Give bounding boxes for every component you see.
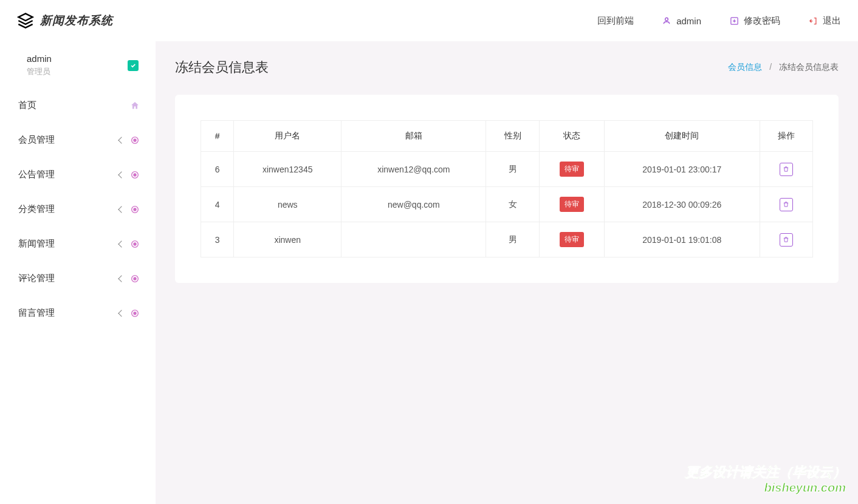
chevron-left-icon (118, 206, 125, 213)
target-icon (130, 274, 140, 284)
table-cell: 2019-01-01 19:01:08 (604, 222, 760, 257)
trash-icon (783, 201, 789, 208)
sidebar-item-6[interactable]: 留言管理 (0, 296, 156, 330)
chevron-left-icon (118, 310, 125, 316)
sidebar-item-label: 评论管理 (18, 273, 55, 284)
logo-icon (17, 12, 34, 29)
sidebar-item-0[interactable]: 首页 (0, 88, 156, 123)
svg-point-11 (134, 278, 136, 280)
table-cell: 男 (486, 152, 539, 187)
members-table: #用户名邮箱性别状态创建时间操作 6xinwen12345xinwen12@qq… (201, 120, 813, 257)
table-cell: 6 (201, 152, 234, 187)
sidebar-item-label: 留言管理 (18, 307, 55, 319)
user-menu[interactable]: admin (662, 16, 701, 26)
change-password-link[interactable]: 修改密码 (729, 15, 780, 27)
table-header: # (201, 121, 234, 152)
table-cell: new@qq.com (341, 187, 486, 222)
user-icon (662, 16, 671, 26)
top-actions: 回到前端 admin 修改密码 退出 (597, 15, 841, 27)
table-cell (341, 222, 486, 257)
brand-text: 新闻发布系统 (40, 13, 113, 29)
home-icon (130, 101, 140, 111)
table-header: 操作 (760, 121, 812, 152)
chevron-left-icon (118, 275, 125, 282)
edit-icon (729, 16, 739, 26)
top-bar: 新闻发布系统 回到前端 admin 修改密码 (0, 0, 858, 41)
content-card: #用户名邮箱性别状态创建时间操作 6xinwen12345xinwen12@qq… (175, 95, 839, 283)
brand: 新闻发布系统 (17, 12, 113, 29)
table-cell: xinwen12@qq.com (341, 152, 486, 187)
table-cell: news (234, 187, 341, 222)
chevron-left-icon (118, 137, 125, 143)
sidebar-item-label: 首页 (18, 100, 36, 111)
sidebar-item-1[interactable]: 会员管理 (0, 123, 156, 157)
breadcrumb-separator: / (769, 62, 772, 72)
table-cell: 2018-12-30 00:09:26 (604, 187, 760, 222)
sidebar-item-label: 会员管理 (18, 134, 55, 146)
svg-point-7 (134, 208, 136, 211)
svg-point-3 (134, 139, 136, 141)
table-cell: xinwen12345 (234, 152, 341, 187)
logout-icon (808, 16, 818, 26)
table-cell: 4 (201, 187, 234, 222)
status-badge: 待审 (560, 162, 584, 177)
logout-label: 退出 (823, 15, 841, 27)
target-icon (130, 135, 140, 145)
back-to-frontend-label: 回到前端 (597, 15, 634, 27)
verified-badge-icon (128, 60, 139, 71)
table-header: 用户名 (234, 121, 341, 152)
sidebar-item-3[interactable]: 分类管理 (0, 192, 156, 226)
table-cell: 2019-01-01 23:00:17 (604, 152, 760, 187)
table-cell: 待审 (539, 152, 604, 187)
table-cell: 待审 (539, 187, 604, 222)
svg-point-5 (134, 174, 136, 176)
chevron-left-icon (118, 240, 125, 247)
target-icon (130, 239, 140, 249)
sidebar: admin 管理员 首页会员管理公告管理分类管理新闻管理评论管理留言管理 (0, 41, 156, 504)
main-content: 冻结会员信息表 会员信息 / 冻结会员信息表 #用户名邮箱性别状态创建时间操作 … (156, 41, 858, 504)
table-row: 4newsnew@qq.com女待审2018-12-30 00:09:26 (201, 187, 813, 222)
sidebar-user-role: 管理员 (27, 66, 52, 77)
table-header: 状态 (539, 121, 604, 152)
sidebar-item-5[interactable]: 评论管理 (0, 261, 156, 296)
table-cell (760, 222, 812, 257)
breadcrumb-link-members[interactable]: 会员信息 (728, 62, 762, 72)
sidebar-user-name: admin (27, 53, 52, 64)
target-icon (130, 205, 140, 214)
table-cell (760, 187, 812, 222)
table-cell: 女 (486, 187, 539, 222)
logout-link[interactable]: 退出 (808, 15, 841, 27)
change-password-label: 修改密码 (744, 15, 780, 27)
back-to-frontend-link[interactable]: 回到前端 (597, 15, 634, 27)
status-badge: 待审 (560, 197, 584, 212)
svg-point-9 (134, 243, 136, 245)
table-header: 邮箱 (341, 121, 486, 152)
trash-icon (783, 236, 789, 243)
table-header: 性别 (486, 121, 539, 152)
chevron-left-icon (118, 171, 125, 178)
sidebar-item-4[interactable]: 新闻管理 (0, 226, 156, 261)
table-cell: xinwen (234, 222, 341, 257)
status-badge: 待审 (560, 232, 584, 247)
sidebar-item-label: 公告管理 (18, 169, 55, 180)
delete-button[interactable] (780, 163, 793, 176)
table-row: 6xinwen12345xinwen12@qq.com男待审2019-01-01… (201, 152, 813, 187)
delete-button[interactable] (780, 233, 793, 247)
table-cell: 3 (201, 222, 234, 257)
page-title: 冻结会员信息表 (175, 58, 269, 77)
user-label: admin (676, 16, 701, 26)
breadcrumb: 会员信息 / 冻结会员信息表 (728, 62, 839, 73)
sidebar-user: admin 管理员 (0, 53, 156, 88)
table-row: 3xinwen男待审2019-01-01 19:01:08 (201, 222, 813, 257)
trash-icon (783, 166, 789, 172)
table-header: 创建时间 (604, 121, 760, 152)
sidebar-item-2[interactable]: 公告管理 (0, 157, 156, 192)
target-icon (130, 170, 140, 180)
svg-point-13 (134, 312, 136, 315)
svg-point-0 (665, 18, 668, 21)
delete-button[interactable] (780, 198, 793, 211)
breadcrumb-current: 冻结会员信息表 (779, 62, 839, 72)
table-cell (760, 152, 812, 187)
table-cell: 待审 (539, 222, 604, 257)
sidebar-item-label: 分类管理 (18, 203, 55, 215)
